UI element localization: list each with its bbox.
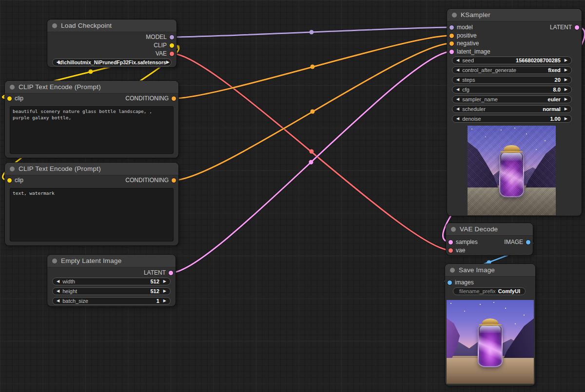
graph-canvas[interactable]: Load Checkpoint MODEL CLIP VAE ◀ ld\chil… bbox=[0, 0, 585, 392]
decrement-arrow-icon[interactable]: ◀ bbox=[456, 107, 459, 111]
link-midpoint-dot[interactable] bbox=[310, 149, 314, 154]
input-clip[interactable]: clip bbox=[7, 176, 23, 184]
input-images[interactable]: images bbox=[448, 279, 474, 286]
latent-port-icon[interactable] bbox=[448, 240, 453, 244]
decrement-arrow-icon[interactable]: ◀ bbox=[456, 68, 459, 72]
increment-arrow-icon[interactable]: ▶ bbox=[565, 117, 567, 121]
node-title-bar[interactable]: VAE Decode bbox=[446, 223, 533, 236]
output-image[interactable]: IMAGE bbox=[504, 238, 530, 246]
increment-arrow-icon[interactable]: ▶ bbox=[163, 280, 166, 283]
node-clip-text-encode-negative[interactable]: CLIP Text Encode (Prompt) clip CONDITION… bbox=[5, 163, 178, 245]
clip-port-icon[interactable] bbox=[7, 96, 12, 101]
input-latent-image[interactable]: latent_image bbox=[449, 48, 490, 56]
latent-port-icon[interactable] bbox=[449, 50, 454, 54]
collapse-dot[interactable] bbox=[452, 13, 457, 18]
output-model[interactable]: MODEL bbox=[146, 33, 174, 41]
node-save-image[interactable]: Save Image images filename_prefix ComfyU… bbox=[445, 264, 535, 386]
image-port-icon[interactable] bbox=[526, 240, 530, 244]
input-label: negative bbox=[457, 40, 479, 47]
output-latent[interactable]: LATENT bbox=[144, 269, 173, 277]
model-port-icon[interactable] bbox=[170, 35, 174, 39]
width-widget[interactable]: ◀ width 512 ▶ bbox=[52, 278, 171, 285]
node-clip-text-encode-positive[interactable]: CLIP Text Encode (Prompt) clip CONDITION… bbox=[5, 81, 178, 158]
latent-port-icon[interactable] bbox=[575, 25, 579, 30]
clip-port-icon[interactable] bbox=[170, 43, 174, 48]
height-widget[interactable]: ◀ height 512 ▶ bbox=[52, 287, 171, 295]
prompt-textarea[interactable]: beautiful scenery nature glass bottle la… bbox=[10, 106, 174, 154]
output-conditioning[interactable]: CONDITIONING bbox=[125, 94, 176, 102]
decrement-arrow-icon[interactable]: ◀ bbox=[57, 280, 59, 283]
increment-arrow-icon[interactable]: ▶ bbox=[163, 299, 166, 303]
increment-arrow-icon[interactable]: ▶ bbox=[565, 88, 567, 92]
link-midpoint-dot[interactable] bbox=[311, 65, 315, 69]
collapse-dot[interactable] bbox=[450, 268, 455, 273]
input-clip[interactable]: clip bbox=[7, 94, 23, 102]
increment-arrow-icon[interactable]: ▶ bbox=[565, 78, 567, 82]
latent-port-icon[interactable] bbox=[169, 271, 173, 275]
link-midpoint-dot[interactable] bbox=[89, 70, 93, 74]
output-vae[interactable]: VAE bbox=[156, 50, 174, 57]
clip-port-icon[interactable] bbox=[7, 178, 12, 183]
link-midpoint-dot[interactable] bbox=[310, 30, 314, 35]
cfg-widget[interactable]: ◀ cfg 8.0 ▶ bbox=[452, 86, 572, 93]
decrement-arrow-icon[interactable]: ◀ bbox=[456, 78, 459, 82]
link-midpoint-dot[interactable] bbox=[311, 110, 315, 114]
model-port-icon[interactable] bbox=[449, 25, 454, 30]
node-title-bar[interactable]: CLIP Text Encode (Prompt) bbox=[5, 163, 178, 175]
image-port-icon[interactable] bbox=[448, 280, 452, 285]
widget-value: 156680208700285 bbox=[516, 57, 561, 63]
input-vae[interactable]: vae bbox=[448, 246, 465, 254]
decrement-arrow-icon[interactable]: ◀ bbox=[456, 117, 459, 121]
node-title-bar[interactable]: KSampler bbox=[447, 9, 582, 21]
output-label: CLIP bbox=[154, 42, 167, 49]
node-empty-latent-image[interactable]: Empty Latent Image LATENT ◀ width 512 ▶ … bbox=[47, 255, 176, 306]
decrement-arrow-icon[interactable]: ◀ bbox=[456, 97, 459, 101]
scheduler-widget[interactable]: ◀ scheduler normal ▶ bbox=[452, 105, 572, 113]
output-clip[interactable]: CLIP bbox=[154, 41, 174, 49]
increment-arrow-icon[interactable]: ▶ bbox=[565, 58, 567, 62]
collapse-dot[interactable] bbox=[52, 23, 57, 28]
node-title-bar[interactable]: CLIP Text Encode (Prompt) bbox=[5, 81, 178, 93]
input-negative[interactable]: negative bbox=[449, 39, 479, 47]
node-ksampler[interactable]: KSampler model positive negative latent_… bbox=[447, 9, 582, 216]
link-midpoint-dot[interactable] bbox=[309, 160, 313, 165]
conditioning-port-icon[interactable] bbox=[172, 96, 176, 101]
node-title-bar[interactable]: Load Checkpoint bbox=[47, 19, 176, 32]
increment-arrow-icon[interactable]: ▶ bbox=[166, 60, 169, 64]
conditioning-port-icon[interactable] bbox=[172, 178, 176, 183]
increment-arrow-icon[interactable]: ▶ bbox=[565, 97, 567, 101]
node-title-bar[interactable]: Empty Latent Image bbox=[47, 255, 176, 267]
input-model[interactable]: model bbox=[449, 23, 473, 31]
collapse-dot[interactable] bbox=[10, 85, 15, 90]
increment-arrow-icon[interactable]: ▶ bbox=[565, 107, 567, 111]
increment-arrow-icon[interactable]: ▶ bbox=[163, 289, 166, 293]
seed-widget[interactable]: ◀ seed 156680208700285 ▶ bbox=[452, 56, 572, 64]
input-samples[interactable]: samples bbox=[448, 238, 478, 246]
node-load-checkpoint[interactable]: Load Checkpoint MODEL CLIP VAE ◀ ld\chil… bbox=[47, 19, 176, 67]
collapse-dot[interactable] bbox=[451, 227, 456, 232]
prompt-textarea[interactable]: text, watermark bbox=[10, 188, 174, 242]
vae-port-icon[interactable] bbox=[448, 248, 453, 253]
decrement-arrow-icon[interactable]: ◀ bbox=[456, 58, 459, 62]
input-positive[interactable]: positive bbox=[449, 32, 477, 39]
ckpt-name-widget[interactable]: ◀ ld\chilloutmix_NiPrunedFp32Fix.safeten… bbox=[52, 58, 172, 66]
vae-port-icon[interactable] bbox=[170, 52, 174, 56]
decrement-arrow-icon[interactable]: ◀ bbox=[57, 299, 59, 303]
control-after-generate-widget[interactable]: ◀ control_after_generate fixed ▶ bbox=[452, 66, 572, 74]
increment-arrow-icon[interactable]: ▶ bbox=[565, 68, 567, 72]
collapse-dot[interactable] bbox=[10, 167, 15, 171]
node-vae-decode[interactable]: VAE Decode samples vae IMAGE bbox=[446, 223, 533, 255]
node-title-bar[interactable]: Save Image bbox=[445, 264, 535, 277]
batch-size-widget[interactable]: ◀ batch_size 1 ▶ bbox=[52, 297, 171, 305]
output-conditioning[interactable]: CONDITIONING bbox=[125, 176, 176, 184]
decrement-arrow-icon[interactable]: ◀ bbox=[456, 88, 459, 92]
filename-prefix-widget[interactable]: filename_prefix ComfyUI bbox=[453, 287, 526, 295]
output-latent[interactable]: LATENT bbox=[550, 23, 579, 31]
denoise-widget[interactable]: ◀ denoise 1.00 ▶ bbox=[452, 115, 572, 123]
collapse-dot[interactable] bbox=[52, 259, 57, 263]
conditioning-port-icon[interactable] bbox=[449, 41, 454, 46]
steps-widget[interactable]: ◀ steps 20 ▶ bbox=[452, 76, 572, 84]
sampler-name-widget[interactable]: ◀ sampler_name euler ▶ bbox=[452, 95, 572, 103]
decrement-arrow-icon[interactable]: ◀ bbox=[57, 289, 59, 293]
conditioning-port-icon[interactable] bbox=[449, 34, 454, 38]
